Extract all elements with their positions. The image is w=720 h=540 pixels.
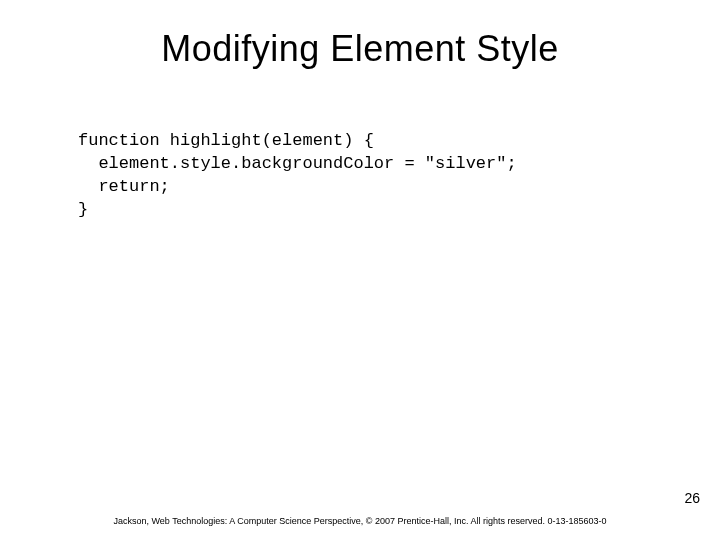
code-block: function highlight(element) { element.st…: [78, 130, 720, 222]
slide: Modifying Element Style function highlig…: [0, 0, 720, 540]
slide-title: Modifying Element Style: [0, 28, 720, 70]
page-number: 26: [684, 490, 700, 506]
footer-citation: Jackson, Web Technologies: A Computer Sc…: [0, 516, 720, 526]
